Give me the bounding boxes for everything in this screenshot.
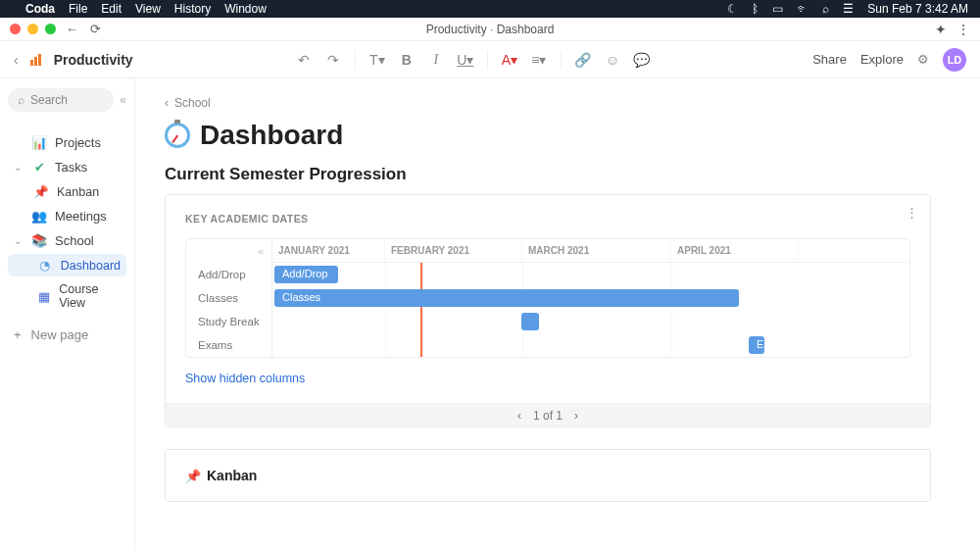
svg-rect-1 — [34, 57, 37, 66]
menu-file[interactable]: File — [69, 2, 87, 16]
menu-history[interactable]: History — [174, 2, 211, 16]
separator — [487, 50, 488, 70]
sidebar-item-label: Kanban — [57, 185, 99, 199]
sidebar-item-label: Course View — [59, 282, 121, 310]
books-icon: 📚 — [31, 233, 47, 248]
moon-icon[interactable]: ☾ — [727, 2, 738, 16]
pager-prev-icon[interactable]: ‹ — [517, 409, 521, 423]
text-color-icon[interactable]: A▾ — [500, 52, 519, 68]
back-icon[interactable]: ‹ — [14, 52, 19, 68]
menu-window[interactable]: Window — [224, 2, 267, 16]
comment-icon[interactable]: 💬 — [632, 52, 652, 68]
battery-icon[interactable]: ▭ — [772, 2, 783, 16]
kanban-card: 📌 Kanban — [165, 449, 931, 502]
menubar-app[interactable]: Coda — [25, 2, 55, 16]
timeline-row: E — [272, 333, 909, 357]
avatar[interactable]: LD — [943, 48, 966, 72]
overflow-icon[interactable]: ⋮ — [956, 22, 970, 37]
share-link[interactable]: Share — [812, 52, 847, 67]
caret-down-icon[interactable]: ⌄ — [14, 235, 24, 246]
caret-down-icon[interactable]: ⌄ — [14, 162, 24, 173]
kanban-title: Kanban — [207, 468, 257, 483]
explore-link[interactable]: Explore — [860, 52, 904, 67]
pager-next-icon[interactable]: › — [574, 409, 578, 423]
timeline-bar[interactable]: Classes — [274, 289, 739, 307]
month-header: JANUARY 2021 — [272, 239, 385, 262]
sidebar-item-course-view[interactable]: ▦ Course View — [8, 278, 126, 314]
pin-icon: 📌 — [33, 184, 49, 199]
sidebar-item-meetings[interactable]: 👥 Meetings — [8, 205, 126, 227]
text-style-icon[interactable]: T▾ — [368, 52, 387, 68]
link-icon[interactable]: 🔗 — [573, 52, 593, 68]
month-header: FEBRUARY 2021 — [385, 239, 522, 262]
row-label: Study Break — [186, 310, 271, 333]
collapse-columns-icon[interactable]: « — [258, 245, 264, 257]
nav-reload-icon[interactable]: ⟳ — [90, 22, 101, 36]
zoom-window[interactable] — [45, 24, 56, 34]
svg-rect-2 — [38, 54, 41, 66]
sidebar-item-school[interactable]: ⌄ 📚 School — [8, 229, 126, 252]
extensions-icon[interactable]: ✦ — [935, 22, 947, 37]
timeline-row: Classes — [272, 286, 909, 310]
separator — [355, 50, 356, 70]
menubar-clock[interactable]: Sun Feb 7 3:42 AM — [867, 2, 968, 16]
wifi-icon[interactable]: ᯤ — [797, 2, 808, 16]
breadcrumb-parent: School — [174, 96, 211, 110]
app-header: ‹ Productivity ↶ ↷ T▾ B I U▾ A▾ ≡▾ 🔗 ☺ 💬… — [0, 41, 980, 78]
search-input[interactable]: ⌕ Search — [8, 88, 114, 112]
bluetooth-icon[interactable]: ᛒ — [752, 2, 759, 16]
nav-back-icon[interactable]: ← — [66, 22, 78, 36]
timeline-bar[interactable]: E — [749, 336, 764, 354]
people-icon: 👥 — [31, 209, 47, 224]
search-placeholder: Search — [30, 93, 68, 107]
timeline-row — [272, 310, 909, 333]
timeline: « Add/Drop Classes Study Break Exams JAN… — [185, 238, 910, 358]
collapse-sidebar-icon[interactable]: « — [120, 93, 126, 107]
control-center-icon[interactable]: ☰ — [843, 2, 854, 16]
sidebar-item-projects[interactable]: 📊 Projects — [8, 131, 126, 154]
redo-icon[interactable]: ↷ — [323, 52, 343, 68]
month-header: APRIL 2021 — [671, 239, 799, 262]
page-content: ‹ School Dashboard Current Semester Prog… — [135, 78, 980, 551]
italic-icon[interactable]: I — [426, 52, 446, 68]
align-icon[interactable]: ≡▾ — [529, 52, 549, 68]
minimize-window[interactable] — [27, 24, 38, 34]
row-label: Exams — [186, 333, 271, 357]
emoji-icon[interactable]: ☺ — [603, 52, 622, 68]
sidebar-item-label: Projects — [55, 135, 101, 150]
mac-menubar: Coda File Edit View History Window ☾ ᛒ ▭… — [0, 0, 980, 18]
pin-icon: 📌 — [185, 469, 201, 483]
card-menu-icon[interactable]: ⋮ — [906, 205, 918, 220]
menu-edit[interactable]: Edit — [101, 2, 122, 16]
undo-icon[interactable]: ↶ — [294, 52, 314, 68]
timeline-bar[interactable]: Add/Drop — [274, 266, 338, 283]
sidebar-item-tasks[interactable]: ⌄ ✔ Tasks — [8, 156, 126, 178]
timeline-caption: KEY ACADEMIC DATES — [185, 213, 910, 225]
spotlight-icon[interactable]: ⌕ — [822, 2, 829, 16]
format-toolbar: ↶ ↷ T▾ B I U▾ A▾ ≡▾ 🔗 ☺ 💬 — [294, 50, 652, 70]
underline-icon[interactable]: U▾ — [456, 52, 475, 68]
doc-name[interactable]: Productivity — [54, 52, 133, 68]
row-label: Add/Drop — [186, 263, 271, 286]
settings-icon[interactable]: ⚙ — [917, 52, 929, 67]
menu-view[interactable]: View — [135, 2, 161, 16]
page-title: Dashboard — [200, 120, 343, 151]
clock-icon: ◔ — [37, 258, 53, 273]
window-titlebar: ← ⟳ Productivity · Dashboard ✦ ⋮ — [0, 18, 980, 41]
sidebar-item-kanban[interactable]: 📌 Kanban — [8, 180, 126, 203]
stopwatch-icon — [165, 123, 190, 148]
sidebar-item-dashboard[interactable]: ◔ Dashboard — [8, 254, 126, 276]
timeline-bar[interactable] — [521, 313, 539, 330]
separator — [561, 50, 562, 70]
timeline-row: Add/Drop — [272, 263, 909, 286]
new-page-button[interactable]: + New page — [8, 322, 126, 348]
section-title: Current Semester Progression — [165, 165, 931, 184]
chevron-left-icon: ‹ — [165, 96, 169, 110]
window-controls — [10, 24, 56, 34]
close-window[interactable] — [10, 24, 21, 34]
breadcrumb[interactable]: ‹ School — [165, 96, 931, 110]
show-hidden-columns[interactable]: Show hidden columns — [185, 372, 910, 385]
month-header: MARCH 2021 — [522, 239, 671, 262]
bold-icon[interactable]: B — [397, 52, 416, 68]
pager: ‹ 1 of 1 › — [166, 403, 930, 426]
